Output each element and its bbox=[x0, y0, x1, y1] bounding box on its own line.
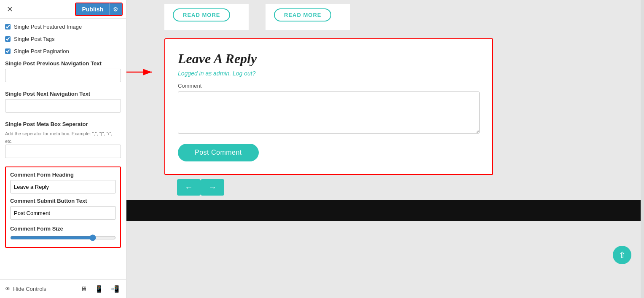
comment-label: Comment bbox=[178, 83, 480, 89]
hide-controls-button[interactable]: 👁 Hide Controls bbox=[5, 286, 46, 292]
logged-in-text: Logged in as admin. Log out? bbox=[178, 70, 480, 77]
card-left: READ MORE bbox=[164, 4, 249, 30]
leave-reply-title: Leave A Reply bbox=[178, 51, 480, 67]
submit-text-input[interactable] bbox=[10, 206, 116, 220]
checkbox-pagination-label: Single Post Pagination bbox=[14, 48, 69, 54]
publish-button-group: Publish ⚙ bbox=[75, 3, 123, 16]
checkbox-featured-image-label: Single Post Featured Image bbox=[14, 24, 82, 30]
close-button[interactable]: ✕ bbox=[3, 3, 16, 16]
form-heading-label: Comment Form Heading bbox=[10, 172, 116, 178]
canvas-content: READ MORE READ MORE Leave A Reply bbox=[126, 0, 644, 200]
checkbox-featured-image-input[interactable] bbox=[5, 24, 11, 30]
top-bar: ✕ Publish ⚙ bbox=[0, 0, 126, 19]
read-more-row: READ MORE READ MORE bbox=[152, 4, 619, 30]
tablet-view-button[interactable]: 📱 bbox=[93, 283, 105, 295]
eye-icon: 👁 bbox=[5, 286, 11, 292]
footer-dark-bar bbox=[126, 200, 644, 221]
post-comment-button[interactable]: Post Comment bbox=[178, 144, 259, 161]
prev-nav-arrow[interactable]: ← bbox=[177, 179, 201, 196]
spacer bbox=[249, 4, 266, 30]
meta-sep-hint: Add the seperator for meta box. Example:… bbox=[5, 131, 112, 144]
left-panel: ✕ Publish ⚙ Single Post Featured Image S… bbox=[0, 0, 126, 298]
form-size-slider[interactable] bbox=[10, 234, 116, 241]
read-more-button-left[interactable]: READ MORE bbox=[173, 8, 230, 21]
card-right: READ MORE bbox=[266, 4, 350, 30]
logged-in-as-text: Logged in as admin. bbox=[178, 70, 231, 77]
nav-arrows-row: ← → bbox=[152, 175, 619, 200]
publish-button[interactable]: Publish bbox=[76, 3, 109, 15]
prev-nav-group: Single Post Previous Navigation Text bbox=[5, 60, 121, 88]
checkbox-single-post-featured-image[interactable]: Single Post Featured Image bbox=[5, 24, 121, 30]
meta-sep-label: Single Post Meta Box Seperator bbox=[5, 121, 121, 127]
meta-sep-group: Single Post Meta Box Seperator Add the s… bbox=[5, 121, 121, 164]
next-nav-arrow[interactable]: → bbox=[201, 179, 224, 196]
canvas-area: READ MORE READ MORE Leave A Reply bbox=[126, 0, 644, 298]
meta-sep-input[interactable] bbox=[5, 145, 121, 158]
read-more-button-right[interactable]: READ MORE bbox=[274, 8, 331, 21]
comment-form-section: Comment Form Heading Comment Submit Butt… bbox=[5, 166, 121, 248]
next-nav-input[interactable] bbox=[5, 99, 121, 113]
hide-controls-label: Hide Controls bbox=[13, 286, 46, 292]
bottom-bar: 👁 Hide Controls 🖥 📱 📲 bbox=[0, 279, 126, 298]
checkbox-single-post-pagination[interactable]: Single Post Pagination bbox=[5, 48, 121, 54]
submit-text-label: Comment Submit Button Text bbox=[10, 198, 116, 204]
scroll-to-top-button[interactable]: ⇧ bbox=[613, 246, 631, 264]
checkbox-pagination-input[interactable] bbox=[5, 48, 11, 54]
prev-nav-label: Single Post Previous Navigation Text bbox=[5, 60, 121, 67]
checkbox-tags-label: Single Post Tags bbox=[14, 36, 55, 42]
next-nav-label: Single Post Next Navigation Text bbox=[5, 91, 121, 97]
checkbox-tags-input[interactable] bbox=[5, 36, 11, 42]
leave-reply-box: Leave A Reply Logged in as admin. Log ou… bbox=[164, 38, 493, 175]
leave-reply-wrapper: Leave A Reply Logged in as admin. Log ou… bbox=[152, 38, 619, 175]
panel-content: Single Post Featured Image Single Post T… bbox=[0, 19, 126, 279]
prev-nav-input[interactable] bbox=[5, 69, 121, 82]
comment-textarea[interactable] bbox=[178, 91, 480, 134]
form-size-container: Comment Form Size bbox=[10, 226, 116, 243]
form-heading-input[interactable] bbox=[10, 180, 116, 193]
gear-button[interactable]: ⚙ bbox=[109, 3, 122, 15]
checkbox-single-post-tags[interactable]: Single Post Tags bbox=[5, 36, 121, 42]
logout-link[interactable]: Log out? bbox=[233, 70, 256, 77]
next-nav-group: Single Post Next Navigation Text bbox=[5, 91, 121, 118]
form-size-label: Comment Form Size bbox=[10, 226, 116, 232]
mobile-view-button[interactable]: 📲 bbox=[109, 283, 121, 295]
view-icons-group: 🖥 📱 📲 bbox=[79, 283, 121, 295]
desktop-view-button[interactable]: 🖥 bbox=[79, 283, 89, 295]
right-scrollbar[interactable] bbox=[641, 0, 644, 298]
